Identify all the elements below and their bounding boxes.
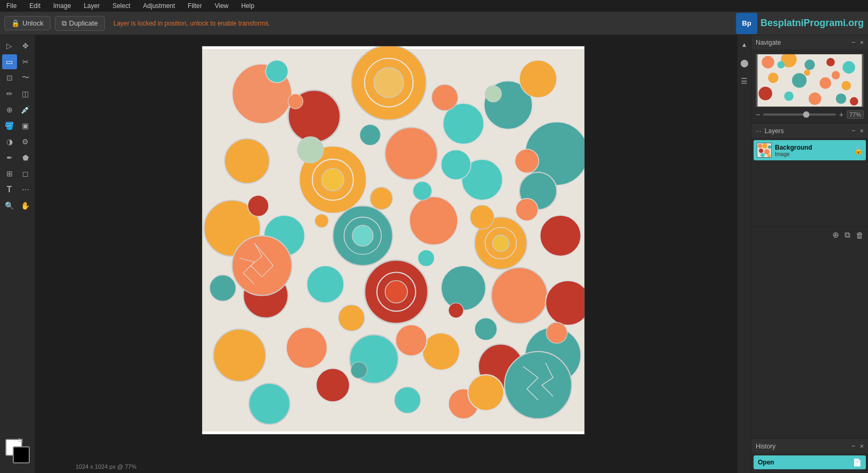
svg-point-41 [266,60,288,83]
brand-logo: Bp BesplatniProgrami.org [736,13,864,34]
svg-point-69 [351,362,367,379]
svg-point-38 [422,333,459,370]
svg-point-22 [540,215,581,256]
menu-adjustment[interactable]: Adjustment [141,1,177,11]
swap-colors-icon[interactable]: ⇆ [18,437,23,444]
zoom-slider[interactable] [763,113,836,116]
history-close[interactable]: × [859,442,864,450]
add-layer-button[interactable]: ⊕ [832,230,839,240]
duplicate-button[interactable]: ⧉ Duplicate [55,16,105,31]
right-panel: Navigate − × [751,35,868,473]
navigate-close[interactable]: × [859,38,864,46]
navigate-title: Navigate [756,39,781,46]
right-menu-icon[interactable]: ☰ [738,75,751,87]
svg-point-71 [762,56,774,69]
layers-empty-area [751,162,868,226]
history-minimize[interactable]: − [852,442,856,450]
tool-eraser[interactable]: ◫ [18,86,33,101]
brand-logo-text: Bp [742,19,751,27]
svg-point-89 [758,144,762,148]
tool-move[interactable]: ✥ [18,38,33,53]
layers-title: Layers [765,127,784,135]
history-item-open[interactable]: Open 📄 [754,455,866,469]
right-arrow-icon[interactable]: ▲ [738,38,751,51]
menu-filter[interactable]: Filter [186,1,204,11]
canvas-image[interactable] [202,46,585,435]
tool-brush[interactable]: ✏ [2,86,17,101]
menu-help[interactable]: Help [239,1,257,11]
svg-point-57 [441,150,470,180]
svg-point-66 [418,250,434,266]
tool-settings[interactable]: ⚙ [18,134,33,149]
menu-edit[interactable]: Edit [27,1,43,11]
tool-text[interactable]: T [2,182,17,197]
delete-layer-button[interactable]: 🗑 [856,231,864,240]
navigate-panel: Navigate − × [751,35,868,124]
svg-point-45 [247,195,268,216]
tool-path[interactable]: ⋯ [18,182,33,197]
nav-thumbnail[interactable] [756,54,864,107]
svg-point-95 [767,154,771,157]
svg-point-20 [409,197,458,245]
menu-view[interactable]: View [212,1,230,11]
artwork-svg [202,46,584,434]
tool-eyedropper[interactable]: 💉 [18,102,33,117]
layers-menu-icon[interactable]: ··· [756,127,762,135]
menu-file[interactable]: File [4,1,19,11]
main-area: ▷ ✥ ▭ ✂ ⊡ 〜 ✏ ◫ ⊕ 💉 🪣 ▣ ◑ ⚙ ✒ ⬟ [0,35,868,473]
tool-shape[interactable]: ◻ [18,166,33,181]
layers-panel: ··· Layers − × [751,124,868,439]
tool-gradient[interactable]: ▣ [18,118,33,133]
svg-point-79 [841,81,851,91]
svg-point-74 [826,58,835,67]
layers-footer: ⊕ ⧉ 🗑 [751,226,868,243]
layers-close[interactable]: × [859,127,864,135]
layer-lock-icon[interactable]: 🔒 [854,146,863,154]
background-color[interactable] [13,446,30,463]
tool-dodge[interactable]: ◑ [2,134,17,149]
tool-pointer[interactable]: ▷ [2,38,17,53]
svg-point-28 [307,266,344,303]
brand-bp-logo: Bp [736,13,757,34]
svg-point-54 [232,236,292,296]
duplicate-layer-button[interactable]: ⧉ [845,230,850,240]
right-layers-icon[interactable]: ⬤ [738,56,751,69]
navigate-minimize[interactable]: − [852,38,856,46]
zoom-out-button[interactable]: − [756,110,760,119]
menu-layer[interactable]: Layer [81,1,102,11]
svg-point-49 [474,318,497,340]
tool-scissors[interactable]: ✂ [18,54,33,69]
menu-image[interactable]: Image [51,1,73,11]
unlock-button[interactable]: 🔒 Unlock [4,16,51,30]
svg-point-24 [352,225,373,246]
tool-transform[interactable]: ⊞ [2,166,17,181]
svg-point-68 [448,303,463,318]
tool-anchor[interactable]: ⬟ [18,150,33,165]
zoom-thumb [803,111,809,118]
tool-heal[interactable]: 〜 [18,70,33,85]
svg-point-16 [321,168,344,191]
history-title: History [756,443,775,450]
tool-hand[interactable]: ✋ [18,198,33,213]
svg-point-65 [485,86,501,102]
layers-minimize[interactable]: − [852,127,856,135]
svg-point-77 [792,73,806,87]
tool-paint-bucket[interactable]: 🪣 [2,118,17,133]
layer-item-background[interactable]: Background Image 🔒 [754,140,866,160]
tool-zoom[interactable]: 🔍 [2,198,17,213]
brand-site-name: BesplatniProgrami.org [760,18,864,29]
menu-select[interactable]: Select [110,1,132,11]
svg-point-26 [492,235,509,251]
zoom-in-button[interactable]: + [839,110,844,119]
history-item-icon: 📄 [853,458,862,467]
unlock-label: Unlock [22,19,44,27]
svg-point-76 [768,72,779,83]
zoom-value[interactable]: 77% [847,110,864,119]
tool-pen[interactable]: ✒ [2,150,17,165]
svg-point-14 [374,68,403,97]
tool-stamp[interactable]: ⊕ [2,102,17,117]
left-toolbar: ▷ ✥ ▭ ✂ ⊡ 〜 ✏ ◫ ⊕ 💉 🪣 ▣ ◑ ⚙ ✒ ⬟ [0,35,35,473]
tool-select-rect[interactable]: ▭ [2,54,17,69]
tool-crop[interactable]: ⊡ [2,70,17,85]
svg-point-63 [468,374,503,410]
